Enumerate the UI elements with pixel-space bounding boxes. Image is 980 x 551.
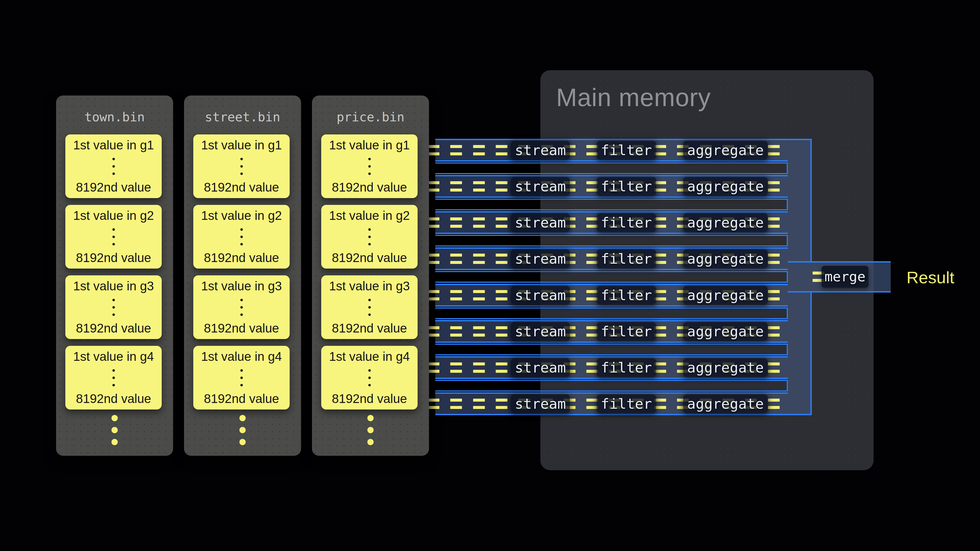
data-chunk-icon bbox=[654, 254, 666, 264]
data-chunk-icon bbox=[473, 218, 485, 228]
data-chunk-icon bbox=[473, 254, 485, 264]
file-name-label: town.bin bbox=[56, 110, 173, 124]
data-chunk-icon bbox=[496, 399, 508, 409]
ellipsis-dots bbox=[240, 156, 243, 178]
value-block-g3: 1st value in g38192nd value bbox=[193, 275, 290, 339]
ellipsis-dots bbox=[368, 226, 371, 248]
ellipsis-dots bbox=[113, 156, 115, 178]
value-first-label: 1st value in g4 bbox=[201, 349, 282, 364]
ellipsis-dots bbox=[240, 367, 243, 389]
diagram-canvas: Main memory streamfilteraggregatestreamf… bbox=[0, 0, 980, 551]
aggregate-block: aggregate bbox=[683, 141, 768, 159]
value-block-g4: 1st value in g48192nd value bbox=[321, 346, 418, 410]
value-block-g4: 1st value in g48192nd value bbox=[65, 346, 162, 410]
merge-channel-border-top bbox=[810, 139, 812, 261]
value-first-label: 1st value in g1 bbox=[201, 138, 282, 152]
filter-block: filter bbox=[597, 286, 656, 305]
data-chunk-icon bbox=[496, 290, 508, 300]
buffer-gap-rect bbox=[435, 162, 788, 174]
ellipsis-dots bbox=[368, 156, 371, 178]
pipeline-row-7: streamfilteraggregate bbox=[435, 356, 788, 379]
value-block-g4: 1st value in g48192nd value bbox=[193, 346, 290, 410]
data-chunk-icon bbox=[654, 362, 666, 373]
ellipsis-dots bbox=[240, 296, 243, 318]
value-last-label: 8192nd value bbox=[76, 180, 151, 194]
data-chunk-icon bbox=[768, 254, 780, 264]
data-chunk-icon bbox=[654, 290, 666, 300]
value-block-g1: 1st value in g18192nd value bbox=[321, 134, 418, 198]
value-last-label: 8192nd value bbox=[332, 392, 407, 406]
file-continuation-dot bbox=[240, 427, 246, 433]
data-chunk-icon bbox=[473, 362, 485, 373]
merge-channel-border-bottom bbox=[810, 292, 812, 415]
value-last-label: 8192nd value bbox=[204, 180, 279, 194]
file-name-label: street.bin bbox=[184, 110, 301, 124]
value-last-label: 8192nd value bbox=[76, 251, 151, 265]
buffer-gap-rect bbox=[435, 198, 788, 210]
data-chunk-icon bbox=[586, 181, 598, 192]
value-last-label: 8192nd value bbox=[76, 321, 151, 335]
data-chunk-icon bbox=[428, 290, 439, 300]
value-first-label: 1st value in g3 bbox=[201, 279, 282, 293]
buffer-gap-rect bbox=[435, 308, 788, 319]
ellipsis-dots bbox=[113, 226, 115, 248]
file-continuation-dot bbox=[368, 439, 374, 445]
data-chunk-icon bbox=[654, 326, 666, 337]
filter-block: filter bbox=[597, 249, 656, 268]
data-chunk-icon bbox=[496, 254, 508, 264]
aggregate-block: aggregate bbox=[683, 286, 768, 305]
file-continuation-dot bbox=[240, 439, 246, 445]
file-card-town.bin: town.bin1st value in g18192nd value1st v… bbox=[56, 95, 173, 456]
stream-block: stream bbox=[511, 322, 570, 341]
ellipsis-dots bbox=[240, 226, 243, 248]
data-chunk-icon bbox=[768, 181, 780, 192]
data-chunk-icon bbox=[496, 145, 508, 156]
aggregate-block: aggregate bbox=[683, 177, 768, 195]
file-continuation-dot bbox=[240, 415, 246, 421]
stream-block: stream bbox=[511, 177, 570, 195]
value-first-label: 1st value in g2 bbox=[329, 209, 410, 222]
data-chunk-icon bbox=[450, 326, 462, 337]
data-chunk-icon bbox=[450, 145, 462, 156]
value-block-g1: 1st value in g18192nd value bbox=[65, 134, 162, 198]
stream-block: stream bbox=[511, 213, 570, 232]
data-chunk-icon bbox=[586, 218, 598, 228]
data-chunk-icon bbox=[473, 326, 485, 337]
value-block-g2: 1st value in g28192nd value bbox=[321, 205, 418, 268]
data-chunk-icon bbox=[768, 399, 780, 409]
data-chunk-icon bbox=[654, 181, 666, 192]
buffer-gap-rect bbox=[435, 344, 788, 356]
data-chunk-icon bbox=[450, 399, 462, 409]
data-chunk-icon bbox=[768, 326, 780, 337]
value-first-label: 1st value in g2 bbox=[201, 209, 282, 222]
merge-block: merge bbox=[822, 266, 869, 287]
aggregate-block: aggregate bbox=[683, 395, 768, 413]
data-chunk-icon bbox=[586, 399, 598, 409]
value-block-g2: 1st value in g28192nd value bbox=[65, 205, 162, 268]
value-last-label: 8192nd value bbox=[332, 180, 407, 194]
ellipsis-dots bbox=[368, 367, 371, 389]
value-first-label: 1st value in g3 bbox=[329, 279, 410, 293]
data-chunk-icon bbox=[450, 254, 462, 264]
data-chunk-icon bbox=[450, 362, 462, 373]
file-card-price.bin: price.bin1st value in g18192nd value1st … bbox=[312, 95, 429, 456]
value-first-label: 1st value in g1 bbox=[329, 138, 410, 152]
data-chunk-icon bbox=[768, 362, 780, 373]
data-chunk-icon bbox=[428, 399, 439, 409]
data-chunk-icon bbox=[473, 290, 485, 300]
data-chunk-icon bbox=[496, 326, 508, 337]
pipeline-row-3: streamfilteraggregate bbox=[435, 211, 788, 234]
data-chunk-icon bbox=[654, 218, 666, 228]
data-chunk-icon bbox=[496, 181, 508, 192]
filter-block: filter bbox=[597, 322, 656, 341]
filter-block: filter bbox=[597, 141, 656, 159]
aggregate-block: aggregate bbox=[683, 249, 768, 268]
data-chunk-icon bbox=[450, 290, 462, 300]
file-continuation-dot bbox=[368, 415, 374, 421]
ellipsis-dots bbox=[368, 296, 371, 318]
result-label: Result bbox=[907, 268, 955, 287]
pipeline-row-5: streamfilteraggregate bbox=[435, 284, 788, 306]
file-card-street.bin: street.bin1st value in g18192nd value1st… bbox=[184, 95, 301, 456]
file-name-label: price.bin bbox=[312, 110, 429, 124]
pipeline-row-1: streamfilteraggregate bbox=[435, 139, 788, 162]
